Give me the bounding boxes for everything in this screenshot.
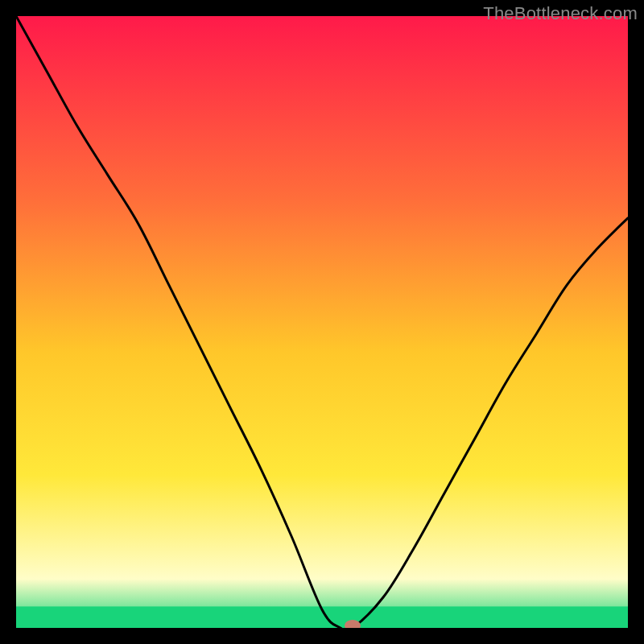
bottleneck-chart: [16, 16, 628, 628]
plot-area: [16, 16, 628, 628]
watermark-text: TheBottleneck.com: [483, 3, 638, 24]
gradient-background: [16, 16, 628, 628]
chart-frame: TheBottleneck.com: [0, 0, 644, 644]
